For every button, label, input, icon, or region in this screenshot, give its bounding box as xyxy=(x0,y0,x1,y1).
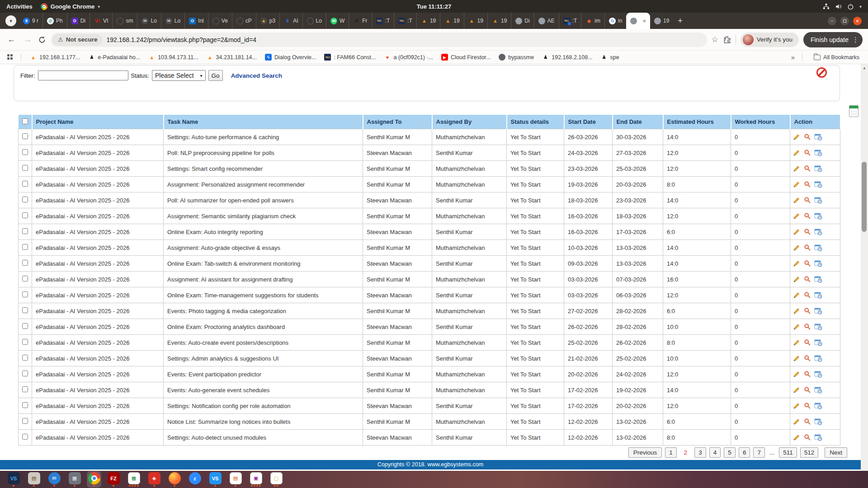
browser-tab[interactable]: AE × xyxy=(534,13,559,29)
schedule-calendar-icon[interactable] xyxy=(814,276,822,283)
browser-tab[interactable]: ▲ 19 × xyxy=(416,13,440,29)
edit-pencil-icon[interactable] xyxy=(793,228,800,235)
browser-tab[interactable]: ◆ im × xyxy=(581,13,604,29)
network-icon[interactable] xyxy=(823,3,830,10)
view-magnifier-icon[interactable] xyxy=(804,260,811,267)
schedule-calendar-icon[interactable] xyxy=(814,434,822,441)
tray-chevron-icon[interactable]: ▾ xyxy=(859,4,862,9)
select-all-checkbox[interactable] xyxy=(22,118,28,124)
row-checkbox[interactable] xyxy=(22,434,28,440)
column-header[interactable]: Status details xyxy=(507,115,564,129)
column-header[interactable]: Action xyxy=(790,115,840,129)
page-button[interactable]: 512 xyxy=(800,447,819,458)
schedule-calendar-icon[interactable] xyxy=(814,323,822,330)
schedule-calendar-icon[interactable] xyxy=(814,291,822,299)
row-checkbox[interactable] xyxy=(22,307,28,313)
row-checkbox[interactable] xyxy=(22,386,28,392)
schedule-calendar-icon[interactable] xyxy=(814,386,822,394)
scrollbar-thumb[interactable] xyxy=(862,162,867,232)
page-button[interactable]: 7 xyxy=(753,447,765,458)
browser-tab[interactable]: ▲ p3 × xyxy=(256,13,279,29)
browser-tab[interactable]: ‖ AI × xyxy=(279,13,302,29)
row-checkbox[interactable] xyxy=(22,371,28,376)
edit-pencil-icon[interactable] xyxy=(793,260,800,267)
edit-pencil-icon[interactable] xyxy=(793,434,800,441)
view-magnifier-icon[interactable] xyxy=(804,291,811,299)
back-button[interactable]: ← xyxy=(5,35,17,44)
browser-tab[interactable]: × xyxy=(626,13,650,29)
browser-tab[interactable]: ✳ Fr × xyxy=(349,13,371,29)
view-magnifier-icon[interactable] xyxy=(804,402,811,409)
page-button[interactable]: 3 xyxy=(694,447,706,458)
edit-pencil-icon[interactable] xyxy=(793,418,800,425)
go-button[interactable]: Go xyxy=(208,70,223,81)
edit-pencil-icon[interactable] xyxy=(793,197,800,204)
dock-item[interactable]: ◈ xyxy=(147,472,161,487)
dock-item[interactable] xyxy=(87,471,101,488)
row-checkbox[interactable] xyxy=(22,165,28,171)
next-button[interactable]: Next xyxy=(825,447,847,458)
row-checkbox[interactable] xyxy=(22,244,28,250)
bookmark-item[interactable]: bypassme xyxy=(495,52,538,62)
schedule-calendar-icon[interactable] xyxy=(814,339,822,346)
export-excel-icon[interactable] xyxy=(849,105,859,117)
column-header[interactable]: End Date xyxy=(613,115,663,129)
bookmark-item[interactable]: ♟ 192.168.2.108... xyxy=(538,52,596,62)
dock-item[interactable]: ▤ xyxy=(27,472,41,487)
view-magnifier-icon[interactable] xyxy=(804,307,811,314)
extensions-icon[interactable] xyxy=(723,36,731,44)
schedule-calendar-icon[interactable] xyxy=(814,165,822,172)
browser-tab[interactable]: TKC :T × xyxy=(394,13,416,29)
column-header[interactable]: Assigned By xyxy=(432,115,507,129)
browser-tab[interactable]: TKC :T × xyxy=(559,13,581,29)
browser-tab[interactable]: W W × xyxy=(326,13,349,29)
bookmark-item[interactable]: ♟ spe xyxy=(597,52,623,62)
volume-icon[interactable] xyxy=(835,3,842,10)
edit-pencil-icon[interactable] xyxy=(793,291,800,299)
edit-pencil-icon[interactable] xyxy=(793,165,800,172)
edit-pencil-icon[interactable] xyxy=(793,276,800,283)
all-bookmarks-button[interactable]: All Bookmarks xyxy=(810,53,863,62)
view-magnifier-icon[interactable] xyxy=(804,339,811,346)
view-magnifier-icon[interactable] xyxy=(804,244,811,251)
bookmark-item[interactable]: TKC : FAM66 Const... xyxy=(320,52,380,62)
advanced-search-link[interactable]: Advanced Search xyxy=(231,72,282,79)
window-minimize-button[interactable]: − xyxy=(828,17,836,25)
new-tab-button[interactable]: + xyxy=(673,16,687,26)
view-magnifier-icon[interactable] xyxy=(804,355,811,362)
browser-tab[interactable]: sm × xyxy=(112,13,137,29)
row-checkbox[interactable] xyxy=(22,323,28,329)
page-button[interactable]: 5 xyxy=(724,447,736,458)
row-checkbox[interactable] xyxy=(22,228,28,234)
page-button[interactable]: 1 xyxy=(665,447,677,458)
row-checkbox[interactable] xyxy=(22,276,28,282)
edit-pencil-icon[interactable] xyxy=(793,386,800,394)
row-checkbox[interactable] xyxy=(22,339,28,345)
bookmark-item[interactable]: ▲ 34.231.181.14... xyxy=(203,52,261,62)
not-secure-chip[interactable]: ⚠ Not secure xyxy=(52,34,103,46)
dock-item[interactable]: ▣ xyxy=(249,472,263,487)
scrollbar-up-icon[interactable]: ▲ xyxy=(861,66,868,70)
power-icon[interactable] xyxy=(847,3,854,10)
view-magnifier-icon[interactable] xyxy=(804,228,811,235)
page-button[interactable]: 6 xyxy=(739,447,750,458)
browser-tab[interactable]: TKC :T × xyxy=(372,13,394,29)
page-button[interactable]: ... xyxy=(768,447,776,458)
edit-pencil-icon[interactable] xyxy=(793,371,800,378)
dock-item[interactable] xyxy=(167,472,182,487)
dock-item[interactable]: ▦ xyxy=(67,472,82,487)
finish-update-button[interactable]: Finish update ⋮ xyxy=(803,32,863,47)
edit-pencil-icon[interactable] xyxy=(793,244,800,251)
page-button[interactable]: 4 xyxy=(709,447,721,458)
window-close-button[interactable]: × xyxy=(853,17,862,25)
schedule-calendar-icon[interactable] xyxy=(814,181,822,188)
edit-pencil-icon[interactable] xyxy=(793,402,800,409)
dock-item[interactable]: ▦ xyxy=(127,472,141,487)
schedule-calendar-icon[interactable] xyxy=(814,307,822,314)
edit-pencil-icon[interactable] xyxy=(793,323,800,330)
browser-tab[interactable]: V! VI × xyxy=(90,13,112,29)
browser-tab[interactable]: ✉ Lo × xyxy=(137,13,160,29)
schedule-calendar-icon[interactable] xyxy=(814,418,822,425)
page-button[interactable]: 511 xyxy=(779,447,797,458)
edit-pencil-icon[interactable] xyxy=(793,149,800,156)
